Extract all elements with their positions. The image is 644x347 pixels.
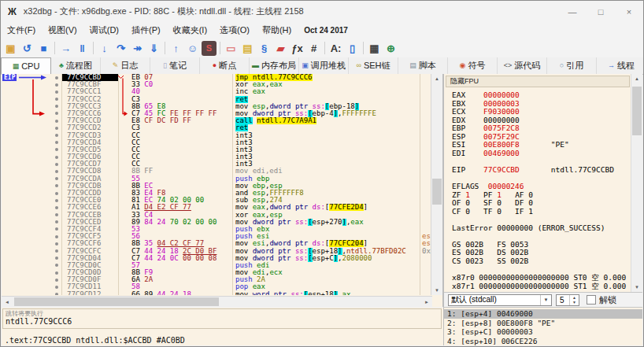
breakpoint-dot[interactable] (55, 279, 58, 282)
breakpoint-dot[interactable] (55, 227, 58, 231)
unlock-checkbox[interactable] (587, 295, 596, 305)
breakpoint-dot[interactable] (55, 192, 58, 195)
breakpoint-dot[interactable] (55, 120, 58, 123)
register-line[interactable]: LastError 00000000 (ERROR_SUCCESS) (452, 224, 630, 233)
stack-arg-row[interactable]: 4: [esp+10] 006CE226 (444, 337, 642, 346)
breakpoint-dot[interactable] (55, 148, 58, 151)
tab-symbols[interactable]: ◉符号 (448, 57, 498, 74)
breakpoint-dot[interactable] (55, 242, 58, 245)
breakpoint-dot[interactable] (55, 98, 58, 101)
tab-source[interactable]: <>源代码 (498, 57, 547, 74)
stepper-down-icon[interactable]: ▼ (570, 300, 579, 305)
chevron-down-icon[interactable]: ▼ (540, 295, 551, 305)
hide-fpu-button[interactable]: 隐藏FPU (446, 76, 630, 87)
breakpoint-dot[interactable] (55, 76, 58, 79)
menu-item[interactable]: 收藏夹(I) (167, 23, 213, 38)
breakpoint-dot[interactable] (55, 112, 58, 115)
register-line[interactable]: x87r1 00000000000000000000 ST1 空 0.000 (452, 282, 630, 291)
open-file-button[interactable]: ▣ (3, 41, 18, 56)
highlight-button[interactable]: ▰ (273, 41, 288, 56)
hash-button[interactable]: # (306, 41, 321, 56)
breakpoint-dot[interactable] (55, 177, 58, 180)
scroll-down-icon[interactable]: ▼ (431, 286, 442, 295)
breakpoint-dot[interactable] (55, 257, 58, 260)
breakpoint-dot[interactable] (55, 199, 58, 202)
stack-arg-row[interactable]: 2: [esp+8] 00E800F8 "PE" (444, 319, 642, 328)
disasm-row[interactable]: 77C9CD1266 89 44 24 18mov word ptr ss:[e… (2, 291, 432, 295)
breakpoint-dot[interactable] (55, 206, 58, 209)
breakpoint-dot[interactable] (55, 293, 58, 295)
scroll-left-icon[interactable]: ◄ (2, 297, 13, 307)
tab-threads[interactable]: →线程 (597, 57, 643, 74)
stack-arg-row[interactable]: 3: [esp+C] 00000003 (444, 327, 642, 337)
scroll-right-icon[interactable]: ► (421, 297, 432, 307)
tab-log[interactable]: ✎日志 (101, 57, 150, 74)
breakpoint-dot[interactable] (55, 170, 58, 173)
maximize-button[interactable]: □ (587, 1, 615, 22)
tab-references[interactable]: ○引用 (547, 57, 597, 74)
breakpoint-dot[interactable] (55, 264, 58, 267)
disasm-vscroll-thumb[interactable] (432, 179, 442, 205)
run-to-user-code-button[interactable]: ⇓ (146, 41, 161, 56)
step-out-button[interactable]: ↑ (168, 41, 183, 56)
step-over-button[interactable]: ↷ (113, 41, 128, 56)
disasm-vertical-scrollbar[interactable]: ▲ ▼ (431, 74, 442, 295)
scroll-up-icon[interactable]: ▲ (431, 74, 442, 83)
calling-convention-select[interactable]: 默认 (stdcall) ▼ (448, 294, 552, 306)
font-button[interactable]: ▯ (345, 41, 360, 56)
breakpoint-dot[interactable] (55, 134, 58, 137)
registers-scroll-thumb[interactable] (632, 87, 642, 135)
calculator-button[interactable]: ▦ (367, 41, 382, 56)
register-line[interactable]: EIP 77C9CCBD ntdll.77C9CCBD (452, 166, 630, 175)
breakpoint-dot[interactable] (55, 286, 58, 289)
registers-scrollbar[interactable]: ▲ ▼ (631, 74, 642, 292)
breakpoint-dot[interactable] (55, 271, 58, 275)
close-button[interactable]: × (615, 1, 643, 22)
menu-item[interactable]: 插件(P) (125, 23, 167, 38)
execute-till-return-button[interactable]: ↠ (130, 41, 145, 56)
tab-breakpoints[interactable]: ●断点 (200, 57, 250, 74)
breakpoint-dot[interactable] (55, 213, 58, 216)
breakpoint-dot[interactable] (55, 105, 58, 108)
disasm-hscroll-thumb[interactable] (14, 297, 219, 306)
az-button[interactable]: A: (328, 41, 343, 56)
trace-record-button[interactable]: S (202, 41, 217, 56)
tab-seh[interactable]: ∞SEH链 (349, 57, 398, 74)
menu-item[interactable]: 文件(F) (1, 23, 42, 38)
menu-item[interactable]: 视图(V) (42, 23, 83, 38)
step-into-button[interactable]: ↓ (97, 41, 112, 56)
breakpoint-dot[interactable] (55, 141, 58, 144)
breakpoint-dot[interactable] (55, 163, 58, 166)
disasm-horizontal-scrollbar[interactable]: ◄ ► (2, 296, 432, 307)
breakpoint-dot[interactable] (55, 220, 58, 223)
fx-button[interactable]: ƒx (290, 41, 305, 56)
stack-arg-row[interactable]: 1: [esp+4] 00469000 (444, 309, 642, 319)
menu-item[interactable]: 帮助(H) (256, 23, 298, 38)
register-line[interactable]: CS 0023 SS 002B (452, 257, 630, 266)
breakpoint-dot[interactable] (55, 156, 58, 159)
breakpoint-dot[interactable] (55, 83, 58, 87)
register-line[interactable]: EDI 00469000 (452, 150, 630, 158)
arg-count-stepper[interactable]: 5 ▲ ▼ (556, 294, 579, 306)
scroll-up-icon[interactable]: ▲ (631, 74, 642, 83)
attach-button[interactable]: ☺ (185, 41, 200, 56)
tab-call-stack[interactable]: ▣调用堆栈 (299, 57, 349, 74)
pause-button[interactable]: ‖ (75, 41, 90, 56)
breakpoint-dot[interactable] (55, 235, 58, 238)
menu-item[interactable]: 选项(O) (213, 23, 256, 38)
stop-button[interactable]: ■ (36, 41, 51, 56)
minimize-button[interactable]: — (558, 1, 587, 22)
register-line[interactable]: CF 0 TF 0 IF 1 (452, 208, 630, 216)
tab-memory-map[interactable]: ▬内存布局 (250, 57, 299, 74)
restart-button[interactable]: ↺ (20, 41, 35, 56)
run-button[interactable]: → (58, 41, 73, 56)
patch-button[interactable]: ▭ (224, 41, 239, 56)
tab-cpu[interactable]: ▦CPU (1, 57, 51, 74)
breakpoint-dot[interactable] (55, 184, 58, 187)
globe-button[interactable]: ⊕ (383, 41, 398, 56)
tab-notes[interactable]: ▯笔记 (150, 57, 200, 74)
attachments-button[interactable]: § (257, 41, 272, 56)
tab-graph[interactable]: ♣流程图 (51, 57, 101, 74)
breakpoint-dot[interactable] (55, 127, 58, 130)
tab-script[interactable]: ▤脚本 (398, 57, 448, 74)
